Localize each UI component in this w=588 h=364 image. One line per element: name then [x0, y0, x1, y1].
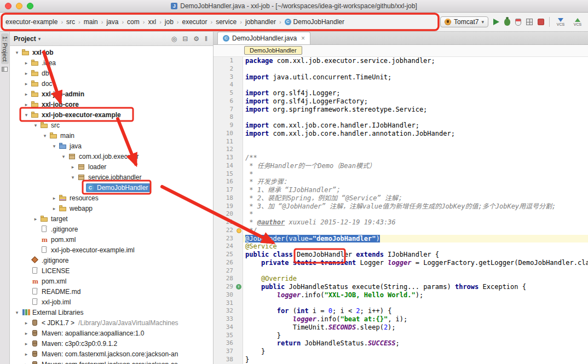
code-line-3[interactable]: 3import java.util.concurrent.TimeUnit;: [214, 73, 588, 82]
code-line-27[interactable]: 27: [214, 267, 588, 275]
tree-expanded-arrow-icon[interactable]: ▾: [69, 175, 77, 180]
tree-collapsed-arrow-icon[interactable]: ▸: [22, 341, 30, 346]
tree-item-xxl-job-executor-example[interactable]: ▾xxl-job-executor-example: [10, 109, 213, 120]
tool-matrix-button[interactable]: [526, 19, 533, 25]
tree-item-maven-c3p0-c3p0-0-9-1-2[interactable]: ▸Maven: c3p0:c3p0:0.9.1.2: [10, 338, 213, 349]
code-line-1[interactable]: 1package com.xxl.job.executor.service.jo…: [214, 57, 588, 65]
run-configuration-select[interactable]: Tomcat7 ▾: [440, 16, 488, 27]
vcs-update-button[interactable]: VCS: [555, 18, 567, 26]
tree-item-xxl-job-admin[interactable]: ▸xxl-job-admin: [10, 89, 213, 99]
tree-collapsed-arrow-icon[interactable]: ▸: [22, 91, 30, 97]
tree-item-java[interactable]: ▾java: [10, 141, 213, 151]
settings-gear-icon[interactable]: ⚙: [192, 35, 201, 43]
code-line-20[interactable]: 20 *: [214, 210, 588, 218]
code-line-38[interactable]: 38}: [214, 356, 588, 364]
tree-item-gitignore[interactable]: .gitignore: [10, 255, 213, 265]
code-line-4[interactable]: 4: [214, 81, 588, 89]
tree-expanded-arrow-icon[interactable]: ▾: [13, 310, 21, 315]
tree-item-license[interactable]: LICENSE: [10, 265, 213, 276]
code-line-14[interactable]: 14 * 任务Handler的一个Demo（Bean模式）: [214, 162, 588, 170]
breadcrumb-item[interactable]: job: [163, 17, 176, 27]
code-line-37[interactable]: 37 }: [214, 348, 588, 356]
minimize-window-button[interactable]: [16, 3, 22, 9]
code-line-36[interactable]: 36 return JobHandleStatus.SUCCESS;: [214, 339, 588, 348]
code-line-5[interactable]: 5import org.slf4j.Logger;: [214, 89, 588, 97]
collapse-all-icon[interactable]: ⊟: [181, 35, 189, 43]
code-line-16[interactable]: 16 * 开发步骤：: [214, 178, 588, 186]
tree-expanded-arrow-icon[interactable]: ▾: [32, 123, 39, 128]
code-line-31[interactable]: 31: [214, 299, 588, 308]
code-line-15[interactable]: 15 *: [214, 170, 588, 178]
breadcrumb-item[interactable]: executor: [180, 17, 209, 27]
breadcrumb-chip[interactable]: DemoJobHandler: [244, 46, 302, 55]
tree-expanded-arrow-icon[interactable]: ▾: [22, 112, 30, 118]
code-line-33[interactable]: 33 logger.info("beat at:{}", i);: [214, 315, 588, 323]
code-line-18[interactable]: 18 * 2、装配到Spring，例如加 “@Service” 注解；: [214, 194, 588, 203]
tree-item-gitignore[interactable]: .gitignore: [10, 224, 213, 234]
tree-item-external-libraries[interactable]: ▾External Libraries: [10, 307, 213, 317]
tree-collapsed-arrow-icon[interactable]: ▸: [50, 206, 58, 211]
code-line-19[interactable]: 19 * 3、加 “@JobHander” 注解，注解value值为新增任务生成…: [214, 203, 588, 211]
view-dropdown-icon[interactable]: ▾: [38, 36, 41, 42]
tree-item-pom-xml[interactable]: mpom.xml: [10, 234, 213, 245]
tree-item-service-jobhandler[interactable]: ▾service.jobhandler: [10, 172, 213, 182]
tree-item-main[interactable]: ▾main: [10, 130, 213, 141]
tree-item-xxl-job[interactable]: ▾xxl-job: [10, 47, 213, 57]
code-line-11[interactable]: 11: [214, 138, 588, 146]
code-line-26[interactable]: 26 private static transient Logger logge…: [214, 259, 588, 267]
tree-item-demojobhandler[interactable]: CDemoJobHandler: [10, 182, 213, 193]
tree-collapsed-arrow-icon[interactable]: ▸: [50, 195, 58, 201]
close-window-button[interactable]: [5, 3, 11, 9]
code-line-25[interactable]: 25public class DemoJobHandler extends IJ…: [214, 251, 588, 259]
code-line-22[interactable]: 22 */: [214, 227, 588, 235]
locate-icon[interactable]: ◎: [170, 35, 178, 43]
tree-item-doc[interactable]: ▸doc: [10, 78, 213, 89]
stop-button[interactable]: [538, 19, 544, 25]
tab-close-icon[interactable]: ×: [301, 34, 305, 42]
breadcrumb-item[interactable]: main: [82, 17, 100, 27]
debug-button[interactable]: [504, 19, 510, 26]
tree-item-loader[interactable]: ▸loader: [10, 161, 213, 172]
tree-item-maven-com-fasterxml-jackson-core-jackson-an[interactable]: ▸Maven: com.fasterxml.jackson.core:jacks…: [10, 349, 213, 359]
tree-collapsed-arrow-icon[interactable]: ▸: [69, 164, 77, 170]
zoom-window-button[interactable]: [27, 3, 33, 9]
tree-collapsed-arrow-icon[interactable]: ▸: [22, 362, 30, 364]
breadcrumb-item[interactable]: executor-example: [3, 17, 60, 27]
tool-window-icon[interactable]: [2, 67, 8, 72]
tree-item-resources[interactable]: ▸resources: [10, 193, 213, 203]
tree-item-xxl-job-core[interactable]: ▸xxl-job-core: [10, 99, 213, 109]
coverage-button[interactable]: [515, 19, 521, 26]
tree-collapsed-arrow-icon[interactable]: ▸: [22, 60, 30, 66]
hide-panel-icon[interactable]: ‖: [203, 35, 209, 43]
breadcrumb-item[interactable]: java: [104, 17, 120, 27]
tree-item-maven-aopalliance-aopalliance-1-0[interactable]: ▸Maven: aopalliance:aopalliance:1.0: [10, 328, 213, 338]
tree-item-jdk1-7[interactable]: ▸< JDK1.7 >/Library/Java/JavaVirtualMach…: [10, 317, 213, 328]
tree-item-maven-com-fasterxml-jackson-core-jackson-co[interactable]: ▸Maven: com.fasterxml.jackson.core:jacks…: [10, 359, 213, 364]
code-line-2[interactable]: 2: [214, 65, 588, 73]
code-line-13[interactable]: 13/**: [214, 154, 588, 162]
code-line-7[interactable]: 7import org.springframework.stereotype.S…: [214, 106, 588, 114]
override-gutter-icon[interactable]: ↑: [236, 284, 241, 290]
tree-item-xxl-job-iml[interactable]: xxl-job.iml: [10, 297, 213, 307]
run-button[interactable]: [493, 19, 499, 25]
tree-item-readme-md[interactable]: README.md: [10, 286, 213, 297]
tree-item-target[interactable]: ▸target: [10, 213, 213, 224]
code-line-28[interactable]: 28 @Override: [214, 275, 588, 283]
code-line-21[interactable]: 21 * @author xuxueli 2015-12-19 19:43:36: [214, 218, 588, 227]
code-line-23[interactable]: 23@JobHander(value="demoJobHandler"): [214, 235, 588, 243]
tree-collapsed-arrow-icon[interactable]: ▸: [22, 331, 30, 336]
code-line-12[interactable]: 12: [214, 146, 588, 154]
tree-collapsed-arrow-icon[interactable]: ▸: [22, 81, 30, 86]
code-line-35[interactable]: 35 }: [214, 332, 588, 340]
breadcrumb-item[interactable]: CDemoJobHandler: [283, 17, 347, 27]
code-line-10[interactable]: 10import com.xxl.job.core.handler.annota…: [214, 130, 588, 138]
code-line-17[interactable]: 17 * 1、继承 “IJobHandler”；: [214, 186, 588, 194]
code-line-30[interactable]: 30 logger.info("XXL-JOB, Hello World.");: [214, 291, 588, 299]
vcs-commit-button[interactable]: VCS: [572, 18, 584, 26]
code-line-34[interactable]: 34 TimeUnit.SECONDS.sleep(2);: [214, 323, 588, 332]
tree-item-db[interactable]: ▸db: [10, 68, 213, 78]
breadcrumb-item[interactable]: com: [125, 17, 142, 27]
tree-item-xxl-job-executor-example-iml[interactable]: xxl-job-executor-example.iml: [10, 245, 213, 255]
tree-expanded-arrow-icon[interactable]: ▾: [50, 143, 58, 149]
tree-collapsed-arrow-icon[interactable]: ▸: [22, 351, 30, 357]
